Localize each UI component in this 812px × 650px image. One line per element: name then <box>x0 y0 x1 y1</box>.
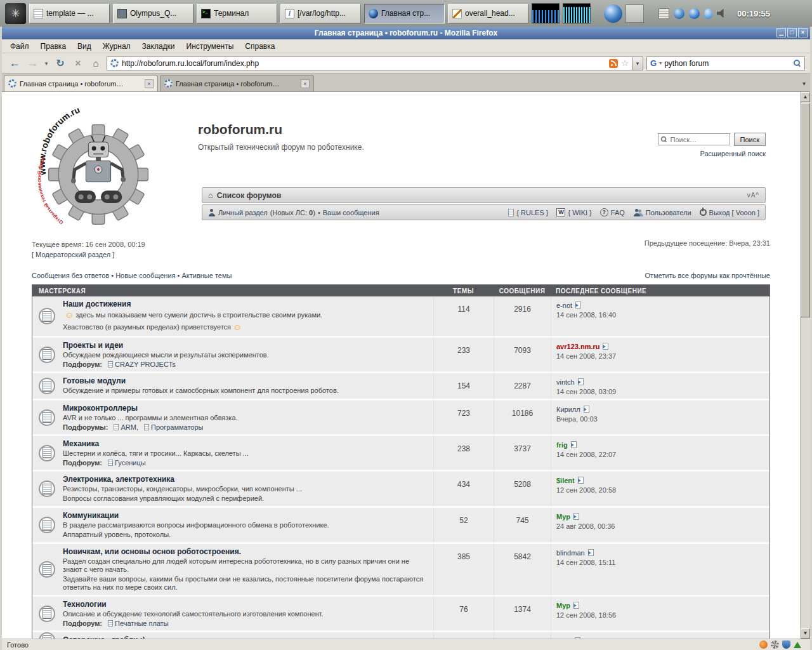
forum-link[interactable]: Наши достижения <box>63 300 428 308</box>
category-link[interactable]: МАСТЕРСКАЯ <box>32 288 433 295</box>
scroll-up-icon[interactable]: ▲ <box>801 92 810 102</box>
globe-icon[interactable] <box>674 8 684 19</box>
url-history-dropdown[interactable]: ▾ <box>632 56 643 70</box>
moderator-section-link[interactable]: [ Модераторский раздел ] <box>32 251 114 258</box>
taskbar-window-button[interactable]: [/var/log/http... <box>280 4 361 23</box>
forum-link[interactable]: Проекты и идеи <box>63 341 428 350</box>
last-post-user[interactable]: $ilent <box>556 477 575 484</box>
taskbar-window-button[interactable]: Главная стр... <box>364 4 445 23</box>
last-post-user[interactable]: vintch <box>556 378 575 386</box>
menu-item-3[interactable]: Журнал <box>97 41 136 52</box>
forum-link[interactable]: Технологии <box>63 600 428 609</box>
personal-section-link[interactable]: Личный раздел <box>218 209 268 216</box>
subforum-link[interactable]: Программаторы <box>151 423 203 431</box>
scroll-down-icon[interactable]: ▼ <box>801 628 810 639</box>
bookmark-star-icon[interactable]: ☆ <box>621 58 629 68</box>
blue-sphere-icon[interactable] <box>604 4 622 23</box>
taskbar-window-button[interactable]: Терминал <box>197 4 277 23</box>
menu-item-0[interactable]: Файл <box>4 41 35 52</box>
last-post-user[interactable]: Мур <box>556 513 570 521</box>
logout-link[interactable]: Выход [ Vooon ] <box>700 209 759 216</box>
web-search-bar[interactable]: G ▾ <box>646 56 805 70</box>
forward-button[interactable]: → <box>25 56 40 70</box>
back-button[interactable]: ← <box>7 56 22 70</box>
taskbar-window-button[interactable]: overall_head... <box>448 4 528 23</box>
tab-list-chevron-icon[interactable]: ▾ <box>802 80 806 87</box>
menu-item-6[interactable]: Справка <box>239 41 280 52</box>
minimize-button[interactable]: ▁ <box>776 28 786 37</box>
shield-icon[interactable] <box>782 640 790 649</box>
search-magnifier-icon[interactable] <box>793 59 801 67</box>
last-post-user[interactable]: e-not <box>556 302 572 309</box>
rules-link[interactable]: { RULES } <box>508 209 548 216</box>
subforum-link[interactable]: Гусеницы <box>115 459 146 467</box>
quick-link[interactable]: Сообщения без ответов <box>32 272 109 279</box>
goto-last-post-icon[interactable] <box>575 302 581 308</box>
subforum-link[interactable]: ARM <box>121 423 136 431</box>
font-size-control[interactable]: vA^ <box>747 192 759 199</box>
taskbar-window-button[interactable]: Olympus_Q... <box>113 4 193 23</box>
forum-link[interactable]: Электроника, электротехника <box>63 475 428 484</box>
urlbar[interactable]: ☆ <box>107 56 632 70</box>
maximize-button[interactable]: □ <box>787 28 797 37</box>
subforum-link[interactable]: CRAZY PROJECTs <box>115 361 176 368</box>
desktop-menu-icon[interactable]: ✳ <box>5 3 26 24</box>
goto-last-post-icon[interactable] <box>578 378 584 385</box>
volume-icon[interactable] <box>717 8 728 19</box>
forum-search-button[interactable]: Поиск <box>734 133 766 146</box>
goto-last-post-icon[interactable] <box>603 343 608 350</box>
gear-status-icon[interactable] <box>771 640 779 649</box>
close-button[interactable]: × <box>798 28 808 37</box>
forum-link[interactable]: Новичкам, или основы основ роботостроени… <box>63 547 428 556</box>
home-button[interactable]: ⌂ <box>88 58 103 69</box>
last-post-user[interactable]: Кирилл <box>556 406 580 413</box>
network-globe-icon[interactable] <box>689 8 700 19</box>
reload-button[interactable]: ↻ <box>53 57 68 69</box>
vertical-scrollbar[interactable]: ▲ ▼ <box>800 92 810 639</box>
forum-link[interactable]: Готовые модули <box>63 376 428 385</box>
wiki-link[interactable]: W{ WIKI } <box>556 208 591 216</box>
tab[interactable]: Главная страница • roboforum…× <box>160 75 314 91</box>
rss-feed-icon[interactable] <box>609 59 618 68</box>
goto-last-post-icon[interactable] <box>584 406 589 413</box>
forum-link[interactable]: Механика <box>63 439 428 448</box>
fox-icon[interactable] <box>759 640 768 649</box>
forum-link[interactable]: Микроконтроллеры <box>63 404 428 413</box>
last-post-user[interactable]: Мур <box>556 602 570 609</box>
menu-item-1[interactable]: Правка <box>35 41 72 52</box>
your-posts-link[interactable]: Ваши сообщения <box>323 209 379 216</box>
url-input[interactable] <box>122 59 606 68</box>
tab-close-icon[interactable]: × <box>145 79 154 88</box>
window-titlebar[interactable]: Главная страница • roboforum.ru - Mozill… <box>2 27 810 39</box>
menu-item-4[interactable]: Закладки <box>136 41 181 52</box>
tab-close-icon[interactable]: × <box>301 79 310 88</box>
quick-link[interactable]: Активные темы <box>181 272 232 279</box>
clipboard-icon[interactable] <box>658 8 669 19</box>
tab[interactable]: Главная страница • roboforum…× <box>4 75 158 91</box>
board-index-link[interactable]: Список форумов <box>217 191 281 200</box>
members-link[interactable]: Пользователи <box>633 209 691 216</box>
last-post-user[interactable]: avr123.nm.ru <box>556 343 599 350</box>
goto-last-post-icon[interactable] <box>571 441 577 448</box>
stop-button[interactable]: × <box>70 58 86 69</box>
web-search-input[interactable] <box>664 59 790 68</box>
menu-item-5[interactable]: Инструменты <box>181 41 240 52</box>
scrollbar-thumb[interactable] <box>801 103 810 317</box>
engine-dropdown-icon[interactable]: ▾ <box>659 60 662 66</box>
mark-forums-read-link[interactable]: Отметить все форумы как прочтённые <box>645 272 770 279</box>
site-logo[interactable]: www.roboforum.ru Открытый технический фо… <box>36 105 160 235</box>
google-engine-icon[interactable]: G <box>650 58 657 68</box>
taskbar-window-button[interactable]: template — ... <box>29 4 110 23</box>
goto-last-post-icon[interactable] <box>588 549 594 556</box>
last-post-user[interactable]: frig <box>556 441 568 449</box>
goto-last-post-icon[interactable] <box>578 477 584 484</box>
last-post-user[interactable]: blindman <box>556 549 585 557</box>
goto-last-post-icon[interactable] <box>573 602 579 609</box>
faq-link[interactable]: ?FAQ <box>600 208 625 216</box>
forum-search-input[interactable] <box>658 133 730 145</box>
droplet-icon[interactable] <box>704 8 712 19</box>
green-arrow-icon[interactable] <box>794 642 801 648</box>
menu-item-2[interactable]: Вид <box>72 41 97 52</box>
taskbar-button[interactable] <box>625 4 644 23</box>
subforum-link[interactable]: Печатные платы <box>115 620 169 627</box>
